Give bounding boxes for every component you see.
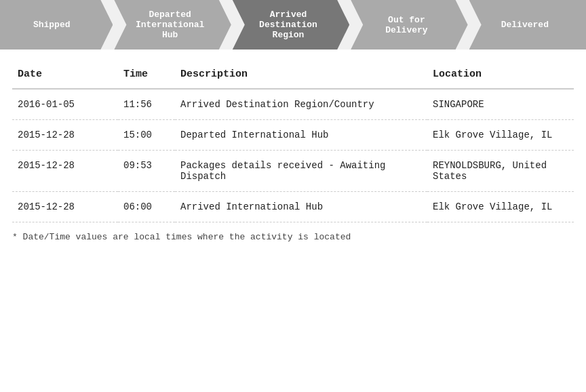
cell-time: 11:56 <box>118 89 175 120</box>
step-0: Shipped <box>0 0 113 50</box>
progress-bar: ShippedDeparted International HubArrived… <box>0 0 586 50</box>
header-location: Location <box>427 60 574 89</box>
table-row: 2016-01-0511:56Arrived Destination Regio… <box>12 89 574 120</box>
cell-date: 2015-12-28 <box>12 120 118 151</box>
table-row: 2015-12-2806:00Arrived International Hub… <box>12 192 574 222</box>
cell-time: 06:00 <box>118 192 175 222</box>
cell-time: 09:53 <box>118 151 175 192</box>
step-4: Delivered <box>469 0 586 50</box>
step-3: Out for Delivery <box>351 0 467 50</box>
cell-location: SINGAPORE <box>427 89 574 120</box>
header-date: Date <box>12 60 118 89</box>
cell-description: Arrived Destination Region/Country <box>175 89 427 120</box>
footnote: * Date/Time values are local times where… <box>0 222 586 249</box>
tracking-table: Date Time Description Location 2016-01-0… <box>12 60 574 222</box>
cell-description: Packages details received - Awaiting Dis… <box>175 151 427 192</box>
cell-description: Departed International Hub <box>175 120 427 151</box>
table-row: 2015-12-2815:00Departed International Hu… <box>12 120 574 151</box>
cell-location: Elk Grove Village, IL <box>427 192 574 222</box>
table-row: 2015-12-2809:53Packages details received… <box>12 151 574 192</box>
header-time: Time <box>118 60 175 89</box>
step-2: Arrived Destination Region <box>233 0 349 50</box>
cell-date: 2016-01-05 <box>12 89 118 120</box>
cell-date: 2015-12-28 <box>12 151 118 192</box>
cell-date: 2015-12-28 <box>12 192 118 222</box>
cell-time: 15:00 <box>118 120 175 151</box>
cell-location: Elk Grove Village, IL <box>427 120 574 151</box>
cell-location: REYNOLDSBURG, United States <box>427 151 574 192</box>
header-description: Description <box>175 60 427 89</box>
step-1: Departed International Hub <box>114 0 231 50</box>
cell-description: Arrived International Hub <box>175 192 427 222</box>
